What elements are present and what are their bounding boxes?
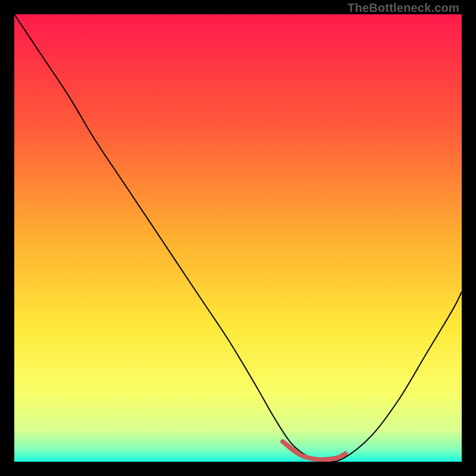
chart-svg <box>14 14 462 462</box>
watermark-text: TheBottleneck.com <box>347 1 459 15</box>
bottleneck-curve <box>14 14 462 462</box>
